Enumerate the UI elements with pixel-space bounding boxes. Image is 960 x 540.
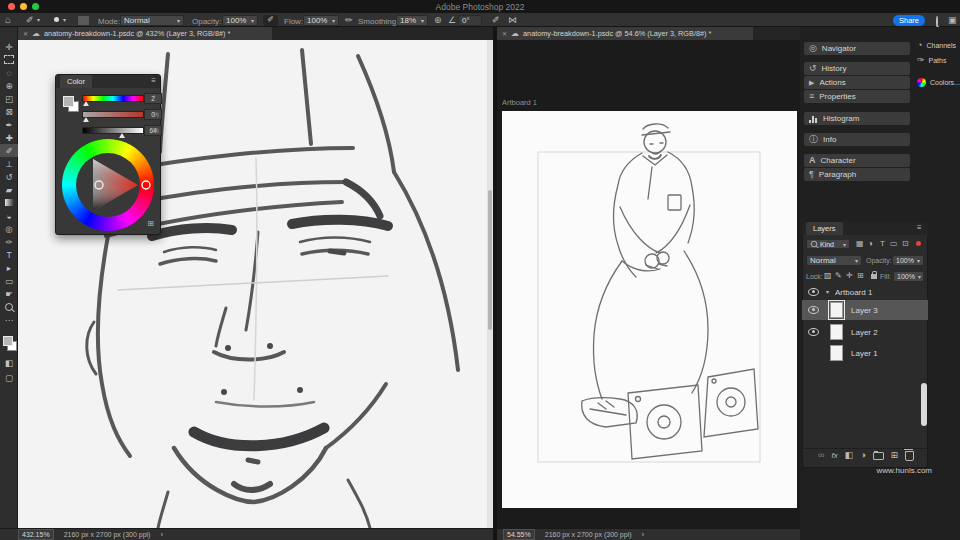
quick-mask-button[interactable]: ◧	[0, 356, 18, 369]
smoothing-select[interactable]: 18% ▾	[396, 15, 428, 26]
share-button[interactable]: Share	[893, 15, 925, 26]
filter-type-icon[interactable]: T	[880, 240, 885, 248]
path-selection-tool[interactable]: ▸	[0, 261, 18, 274]
layer-thumbnail[interactable]	[830, 345, 843, 361]
panel-button-navigator[interactable]: ◎ Navigator	[804, 42, 910, 55]
dock-button-paths[interactable]: ✑ Paths	[917, 56, 946, 65]
healing-brush-tool[interactable]: ✚	[0, 131, 18, 144]
gradient-tool[interactable]	[0, 196, 18, 209]
eyedropper-tool[interactable]: ✒	[0, 118, 18, 131]
right-zoom-field[interactable]: 54.55%	[503, 529, 535, 540]
lock-all-icon[interactable]	[871, 274, 877, 279]
visibility-eye-icon[interactable]	[808, 328, 819, 336]
symmetry-icon[interactable]: ⋈	[508, 16, 517, 25]
hue-ring-marker[interactable]	[142, 181, 150, 189]
filter-adjustment-icon[interactable]: ◑	[868, 240, 873, 248]
artboard-row[interactable]: ▾ Artboard 1	[802, 285, 928, 299]
panel-button-history[interactable]: ↺ History	[804, 62, 910, 75]
hsb-triangle[interactable]	[62, 139, 154, 231]
layer-row[interactable]: Layer 1	[802, 343, 928, 363]
saturation-slider-marker[interactable]	[83, 117, 89, 122]
screen-mode-button[interactable]: ▢	[0, 371, 18, 384]
panel-button-properties[interactable]: ≡ Properties	[804, 90, 910, 103]
brush-tool-icon[interactable]: ✐	[26, 16, 34, 25]
pressure-size-icon[interactable]: ✐	[492, 16, 500, 25]
angle-select[interactable]: 0°	[458, 15, 482, 26]
layer-effects-icon[interactable]: fx	[831, 452, 837, 460]
history-brush-tool[interactable]: ↺	[0, 170, 18, 183]
shape-tool[interactable]: ▭	[0, 274, 18, 287]
layers-scroll-thumb[interactable]	[921, 383, 927, 426]
saturation-slider[interactable]	[82, 111, 144, 118]
filter-smart-icon[interactable]: ⊡	[902, 240, 909, 248]
delete-layer-icon[interactable]	[905, 451, 914, 461]
dodge-tool[interactable]: ◎	[0, 222, 18, 235]
chevron-down-icon[interactable]: ▾	[826, 289, 829, 295]
adjustment-layer-icon[interactable]: ◑	[860, 451, 865, 460]
panel-button-histogram[interactable]: Histogram	[804, 112, 910, 125]
layer-mask-icon[interactable]: ◧	[845, 451, 854, 460]
brush-tool-chevron-icon[interactable]: ▾	[37, 17, 40, 23]
layer-filter-kind-select[interactable]: Kind ▾	[806, 239, 850, 249]
search-icon[interactable]	[936, 16, 938, 27]
close-tab-icon[interactable]: ✕	[502, 31, 507, 37]
lock-transparency-icon[interactable]: ▨	[824, 272, 832, 280]
filter-toggle[interactable]	[916, 241, 921, 246]
panel-button-paragraph[interactable]: ¶ Paragraph	[804, 168, 910, 181]
dock-button-channels[interactable]: ◔ Channels	[917, 41, 956, 50]
layer-thumbnail[interactable]	[830, 324, 843, 340]
brush-preset-chevron-icon[interactable]: ▾	[63, 17, 66, 23]
layer-thumbnail[interactable]	[830, 302, 843, 318]
filter-shape-icon[interactable]: ▭	[890, 240, 898, 248]
fill-select[interactable]: 100% ▾	[893, 271, 924, 282]
panel-fg-swatch[interactable]	[63, 96, 74, 107]
dock-button-coolors[interactable]: Coolors...	[917, 78, 960, 87]
left-zoom-field[interactable]: 432.15%	[18, 529, 54, 540]
frame-tool[interactable]: ⊠	[0, 105, 18, 118]
brightness-slider[interactable]	[82, 127, 144, 134]
edit-toolbar-button[interactable]: ⋯	[0, 313, 18, 326]
pen-tool[interactable]: ✑	[0, 235, 18, 248]
panel-button-character[interactable]: A Character	[804, 154, 910, 167]
layer-row-selected[interactable]: Layer 3	[802, 300, 928, 320]
close-tab-icon[interactable]: ✕	[23, 31, 28, 37]
status-chevron-icon[interactable]: ›	[160, 531, 163, 539]
hand-tool[interactable]: ☛	[0, 287, 18, 300]
color-panel-tab[interactable]: Color	[60, 75, 92, 88]
panel-button-info[interactable]: ⓘ Info	[804, 133, 910, 146]
layers-opacity-select[interactable]: 100% ▾	[892, 255, 924, 266]
eraser-tool[interactable]: ▰	[0, 183, 18, 196]
new-layer-icon[interactable]: ⊞	[891, 451, 899, 460]
move-tool[interactable]: ✛	[0, 40, 18, 53]
brush-settings-panel-toggle[interactable]	[78, 16, 89, 25]
brightness-slider-marker[interactable]	[119, 133, 125, 138]
airbrush-icon[interactable]: ✏	[345, 16, 353, 25]
status-chevron-icon[interactable]: ›	[642, 531, 645, 539]
blur-tool[interactable]: ◒	[0, 209, 18, 222]
panel-button-actions[interactable]: ▶ Actions	[804, 76, 910, 89]
right-canvas[interactable]: Artboard 1	[497, 40, 800, 528]
object-selection-tool[interactable]: ⊕	[0, 79, 18, 92]
pressure-opacity-button[interactable]: ✐	[263, 15, 278, 26]
clone-stamp-tool[interactable]: ⊥	[0, 157, 18, 170]
color-model-grid-icon[interactable]: ⊞	[147, 220, 154, 228]
zoom-tool[interactable]	[0, 300, 18, 313]
mode-select[interactable]: Normal ▾	[120, 15, 184, 26]
panel-menu-icon[interactable]: ≡	[151, 77, 156, 85]
layer-row[interactable]: Layer 2	[802, 322, 928, 342]
right-document-tab[interactable]: ✕ ☁ anatomy-breakdown-1.psdc @ 54.6% (La…	[497, 27, 753, 40]
left-canvas-scroll-thumb[interactable]	[488, 190, 492, 330]
artboard[interactable]	[502, 111, 797, 508]
artboard-label[interactable]: Artboard 1	[502, 98, 537, 107]
hue-slider[interactable]	[82, 95, 144, 102]
marquee-tool[interactable]	[0, 53, 18, 66]
home-icon[interactable]: ⌂	[5, 15, 11, 25]
lasso-tool[interactable]: ◌	[0, 66, 18, 79]
visibility-eye-icon[interactable]	[808, 306, 819, 314]
color-wheel[interactable]	[62, 139, 154, 231]
layers-tab[interactable]: Layers	[806, 222, 843, 235]
new-group-icon[interactable]	[873, 452, 884, 460]
blend-mode-select[interactable]: Normal ▾	[806, 255, 862, 266]
visibility-eye-icon[interactable]	[808, 288, 819, 296]
brush-tool[interactable]: ✐	[0, 144, 18, 157]
